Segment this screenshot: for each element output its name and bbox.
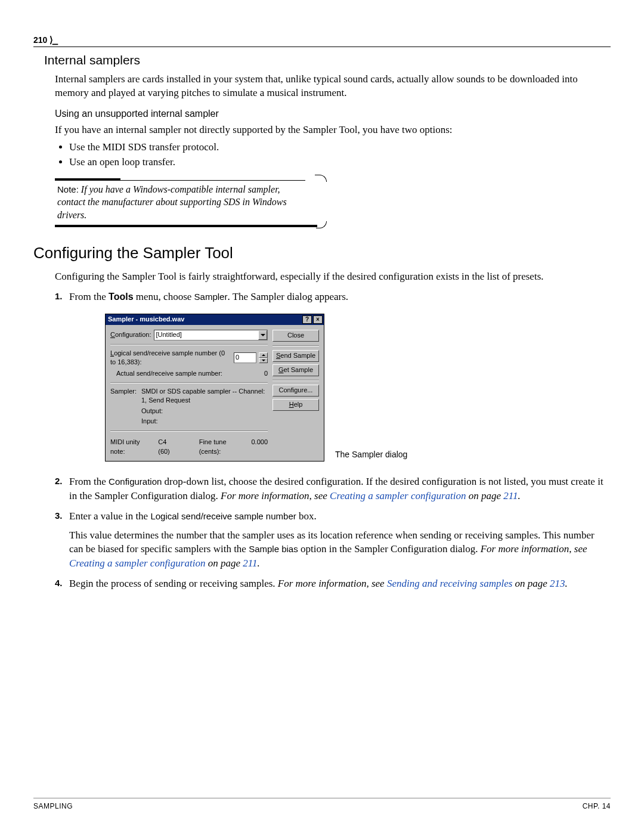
page-number-value: 210 bbox=[33, 35, 47, 45]
step-2: 2. From the Configuration drop-down list… bbox=[55, 475, 611, 503]
page-link[interactable]: 213 bbox=[550, 578, 565, 589]
step-3: 3. Enter a value in the Logical send/rec… bbox=[55, 509, 611, 571]
note-swash-icon bbox=[316, 221, 327, 228]
text-run: . The Sampler dialog appears. bbox=[227, 291, 348, 302]
spinner-down-icon[interactable] bbox=[259, 358, 268, 363]
step-number: 2. bbox=[55, 475, 63, 487]
button-label: Close bbox=[287, 331, 304, 340]
sampler-info-label: Sampler: bbox=[110, 387, 141, 405]
ui-tools-menu: Tools bbox=[109, 292, 133, 302]
step-number: 1. bbox=[55, 290, 63, 302]
dialog-title: Sampler - musicbed.wav bbox=[108, 315, 301, 324]
dialog-titlebar[interactable]: Sampler - musicbed.wav ? × bbox=[106, 314, 324, 325]
question-icon: ? bbox=[305, 317, 309, 323]
cross-reference-link[interactable]: Creating a sampler configuration bbox=[69, 558, 205, 569]
dialog-figure: Sampler - musicbed.wav ? × Configuration… bbox=[105, 314, 611, 462]
sampler-info-value: SMDI or SDS capable sampler -- Channel: … bbox=[141, 387, 268, 405]
fine-tune-label: Fine tune (cents): bbox=[199, 438, 244, 456]
actual-number-label: Actual send/receive sample number: bbox=[110, 369, 222, 378]
ordered-steps: 1. From the Tools menu, choose Sampler. … bbox=[55, 290, 611, 591]
ui-configuration-dropdown: Configuration bbox=[109, 476, 162, 487]
note-body: If you have a Windows-compatible interna… bbox=[57, 184, 287, 220]
get-sample-button[interactable]: Get Sample bbox=[273, 364, 319, 376]
bullet-list: Use the MIDI SDS transfer protocol. Use … bbox=[67, 140, 611, 169]
text-run-italic: . bbox=[257, 558, 259, 569]
text-run-italic: For more information, see bbox=[481, 543, 587, 555]
cross-reference-link[interactable]: Sending and receiving samples bbox=[387, 578, 512, 589]
page-number: 210 ⟩⎯ bbox=[33, 35, 611, 45]
list-item: Use the MIDI SDS transfer protocol. bbox=[69, 140, 611, 155]
text-run-italic: . bbox=[518, 490, 521, 501]
paragraph: Internal samplers are cards installed in… bbox=[55, 72, 611, 100]
midi-unity-value: C4 (60) bbox=[158, 438, 177, 456]
text-run-italic: For more information, see bbox=[221, 490, 330, 501]
sampler-dialog: Sampler - musicbed.wav ? × Configuration… bbox=[105, 314, 324, 462]
page-content: 210 ⟩⎯ Internal samplers Internal sample… bbox=[0, 0, 644, 621]
input-value: 0 bbox=[236, 353, 239, 362]
fine-tune-value: 0.000 bbox=[251, 438, 268, 456]
button-label: Configure... bbox=[279, 386, 313, 395]
text-run-italic: on page bbox=[466, 490, 503, 501]
actual-number-value: 0 bbox=[264, 369, 268, 378]
text-run: option in the Sampler Configuration dial… bbox=[298, 543, 481, 555]
chevron-down-icon[interactable] bbox=[258, 330, 267, 340]
ui-sample-bias: Sample bias bbox=[249, 544, 298, 554]
horizontal-rule bbox=[33, 47, 611, 47]
note-swash-icon bbox=[315, 175, 327, 182]
configuration-label: Configuration: bbox=[110, 330, 151, 339]
logical-number-label: Logical send/receive sample number (0 to… bbox=[110, 349, 231, 367]
step-4: 4. Begin the process of sending or recei… bbox=[55, 577, 611, 591]
page-link[interactable]: 211 bbox=[503, 490, 518, 501]
heading-unsupported: Using an unsupported internal sampler bbox=[55, 109, 611, 119]
step-number: 3. bbox=[55, 509, 63, 522]
heading-internal-samplers: Internal samplers bbox=[44, 53, 611, 67]
ui-sampler-item: Sampler bbox=[194, 292, 228, 302]
text-run: Enter a value in the bbox=[69, 510, 150, 522]
configure-button[interactable]: Configure... bbox=[273, 385, 319, 397]
text-run: From the bbox=[69, 476, 109, 487]
list-item: Use an open loop transfer. bbox=[69, 155, 611, 170]
note-box: Note: If you have a Windows-compatible i… bbox=[55, 178, 317, 228]
text-run-italic: on page bbox=[205, 558, 243, 569]
ui-logical-number-box: Logical send/receive sample number bbox=[150, 511, 296, 521]
text-run: From the bbox=[69, 291, 109, 302]
help-button[interactable]: Help bbox=[273, 399, 319, 411]
footer-right: CHP. 14 bbox=[583, 802, 611, 810]
logical-number-input[interactable]: 0 bbox=[234, 352, 256, 363]
text-run-italic: . bbox=[565, 578, 568, 589]
input-label: Input: bbox=[141, 417, 166, 426]
midi-unity-label: MIDI unity note: bbox=[110, 438, 151, 456]
text-run-italic: on page bbox=[512, 578, 550, 589]
text-run: Begin the process of sending or receivin… bbox=[69, 578, 278, 589]
paragraph: If you have an internal sampler not dire… bbox=[55, 123, 611, 137]
text-run-italic: For more information, see bbox=[278, 578, 387, 589]
paragraph: Configuring the Sampler Tool is fairly s… bbox=[55, 270, 611, 283]
dropdown-value: [Untitled] bbox=[156, 330, 182, 339]
spinner-up-icon[interactable] bbox=[259, 352, 268, 358]
footer-left: SAMPLING bbox=[33, 802, 73, 810]
step-number: 4. bbox=[55, 577, 63, 589]
send-sample-button[interactable]: Send Sample bbox=[273, 350, 319, 362]
close-button[interactable]: × bbox=[313, 315, 323, 324]
page-number-decoration: ⟩⎯ bbox=[49, 35, 57, 45]
help-button[interactable]: ? bbox=[302, 315, 312, 324]
dialog-close-button[interactable]: Close bbox=[273, 330, 319, 342]
number-spinner[interactable] bbox=[259, 352, 268, 363]
page-link[interactable]: 211 bbox=[243, 558, 257, 569]
step-1: 1. From the Tools menu, choose Sampler. … bbox=[55, 290, 611, 462]
heading-configuring: Configuring the Sampler Tool bbox=[33, 244, 611, 262]
note-label: Note: bbox=[57, 184, 79, 194]
configuration-dropdown[interactable]: [Untitled] bbox=[154, 330, 268, 340]
output-label: Output: bbox=[141, 407, 166, 416]
cross-reference-link[interactable]: Creating a sampler configuration bbox=[330, 490, 466, 501]
close-icon: × bbox=[316, 317, 320, 323]
figure-caption: The Sampler dialog bbox=[335, 449, 407, 462]
text-run: menu, choose bbox=[134, 291, 194, 302]
text-run: box. bbox=[296, 510, 317, 522]
page-footer: SAMPLING CHP. 14 bbox=[33, 798, 611, 810]
